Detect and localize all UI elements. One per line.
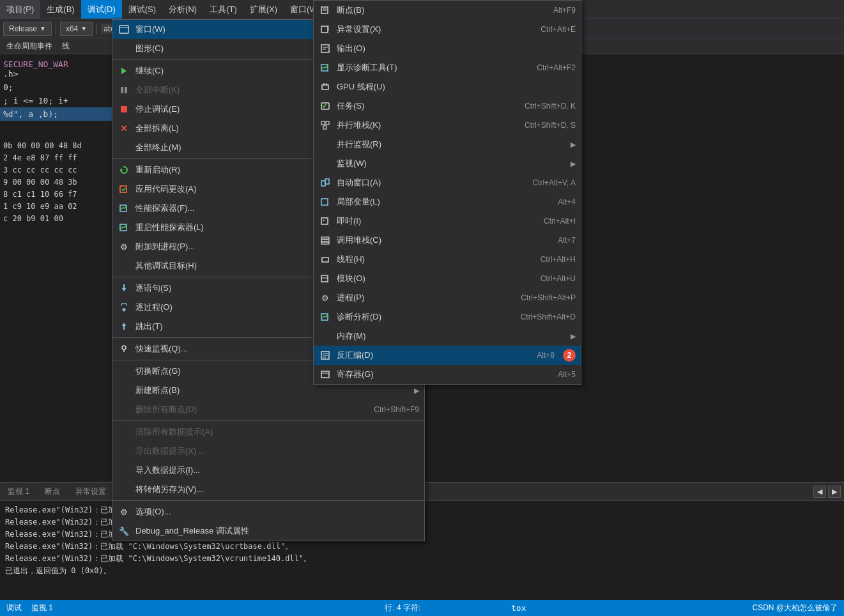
sub-item-breakpoint[interactable]: 断点(B) Alt+F9	[314, 1, 581, 20]
immediate-label: 即时(I)	[337, 215, 526, 227]
hex-line-4: 9 00 00 00 48 3b	[0, 176, 112, 189]
sep6	[112, 420, 424, 421]
sub-item-locals[interactable]: 局部变量(L) Alt+4	[314, 192, 581, 212]
parallel-watch-icon	[319, 138, 332, 151]
delete-all-bp-shortcut: Ctrl+Shift+F9	[361, 405, 419, 414]
statusbar-center: 行: 4 字符:	[385, 603, 420, 613]
sub-item-auto-window[interactable]: 自动窗口(A) Ctrl+Alt+V, A	[314, 173, 581, 192]
statusbar-debug: 调试	[6, 603, 22, 613]
sub-item-threads[interactable]: 线程(H) Ctrl+Alt+H	[314, 250, 581, 269]
svg-rect-29	[322, 85, 328, 89]
sub-item-watch[interactable]: 监视(W) ▶	[314, 154, 581, 173]
wrench-icon: 🔧	[118, 525, 130, 537]
svg-rect-42	[321, 240, 329, 242]
code-line-2: .h>	[3, 69, 109, 79]
sub-item-parallel-watch[interactable]: 并行监视(R) ▶	[314, 135, 581, 154]
modules-label: 模块(O)	[337, 273, 523, 284]
sub-item-immediate[interactable]: 即时(I) Ctrl+Alt+I	[314, 212, 581, 231]
sub-item-diag-analysis[interactable]: 诊断分析(D) Ctrl+Shift+Alt+D	[314, 307, 581, 327]
tab-exception[interactable]: 异常设置	[68, 483, 114, 500]
sub-item-tasks[interactable]: 任务(S) Ctrl+Shift+D, K	[314, 96, 581, 116]
menu-project[interactable]: 项目(P)	[0, 0, 40, 19]
sub-item-registers[interactable]: 寄存器(G) Alt+5	[314, 365, 581, 384]
memory-label: 内存(M)	[337, 330, 562, 342]
menu-item-import-hints[interactable]: 导入数据提示(I)...	[112, 461, 424, 480]
svg-rect-0	[119, 26, 128, 33]
tox-label: tox	[511, 603, 526, 613]
statusbar-left: 调试 监视 1	[6, 603, 53, 613]
svg-rect-43	[321, 242, 329, 244]
output-line-5: Release.exe"(Win32)：已加载 "C:\Windows\Syst…	[5, 553, 839, 565]
sub-item-memory[interactable]: 内存(M) ▶	[314, 327, 581, 346]
sub-item-output[interactable]: 输出(O)	[314, 39, 581, 58]
hex-line-3: 3 cc cc cc cc cc	[0, 164, 112, 176]
svg-marker-11	[122, 288, 126, 291]
parallel-watch-label: 并行监视(R)	[337, 139, 562, 150]
menu-item-clear-hints: 清除所有数据提示(A)	[112, 422, 424, 442]
output-scroll-left[interactable]: ◀	[813, 486, 826, 498]
memory-icon	[319, 330, 332, 343]
svg-rect-5	[121, 106, 127, 112]
step-into-icon	[118, 282, 130, 295]
output-icon	[319, 42, 332, 55]
lifecycle-label: 生命周期事件	[6, 41, 52, 52]
menu-extensions[interactable]: 扩展(X)	[243, 0, 284, 19]
import-hints-icon	[118, 464, 130, 477]
menu-test[interactable]: 测试(S)	[122, 0, 162, 19]
output-scroll-right[interactable]: ▶	[828, 486, 841, 498]
options-gear-icon: ⚙	[118, 505, 130, 518]
svg-rect-52	[321, 371, 329, 378]
diag-analysis-icon	[319, 311, 332, 323]
sub-item-diag-tools[interactable]: 显示诊断工具(T) Ctrl+Alt+F2	[314, 58, 581, 77]
step-over-icon	[118, 301, 130, 314]
svg-marker-15	[122, 323, 126, 326]
toggle-bp-icon	[118, 365, 130, 378]
sub-item-process[interactable]: ⚙ 进程(P) Ctrl+Shift+Alt+P	[314, 288, 581, 307]
menu-analyze[interactable]: 分析(N)	[162, 0, 203, 19]
svg-rect-37	[325, 179, 329, 184]
svg-rect-45	[321, 275, 328, 282]
menu-item-debug-props[interactable]: 🔧 Debug_and_Release 调试属性	[112, 521, 424, 541]
clear-hints-label: 清除所有数据提示(A)	[135, 426, 419, 438]
svg-point-16	[122, 346, 126, 350]
svg-rect-4	[125, 87, 127, 93]
tab-watch1[interactable]: 监视 1	[0, 483, 37, 500]
breakpoint-icon	[319, 4, 332, 17]
menu-debug[interactable]: 调试(D)	[81, 0, 122, 19]
menu-tools[interactable]: 工具(T)	[203, 0, 243, 19]
threads-icon	[319, 253, 332, 266]
tab-breakpoints[interactable]: 断点	[37, 483, 68, 500]
output-line-4: Release.exe"(Win32)：已加载 "C:\Windows\Syst…	[5, 541, 839, 553]
play-icon	[118, 65, 130, 77]
debug-props-label: Debug_and_Release 调试属性	[135, 525, 419, 537]
svg-rect-25	[321, 45, 329, 52]
release-button[interactable]: Release ▼	[3, 22, 52, 36]
tasks-label: 任务(S)	[337, 100, 507, 112]
memory-arrow: ▶	[571, 332, 576, 341]
menu-build[interactable]: 生成(B)	[40, 0, 81, 19]
svg-rect-34	[326, 121, 329, 125]
arch-button[interactable]: x64 ▼	[60, 22, 93, 36]
quick-watch-icon	[118, 343, 130, 355]
sep7	[112, 500, 424, 501]
arch-dropdown-icon: ▼	[81, 25, 87, 32]
svg-rect-3	[121, 87, 123, 93]
parallel-stack-label: 并行堆栈(K)	[337, 119, 507, 131]
menu-item-save-dump[interactable]: 将转储另存为(V)...	[112, 480, 424, 499]
sub-item-exception[interactable]: 异常设置(X) Ctrl+Alt+E	[314, 20, 581, 39]
sub-item-parallel-stack[interactable]: 并行堆栈(K) Ctrl+Shift+D, S	[314, 116, 581, 135]
sub-item-modules[interactable]: 模块(O) Ctrl+Alt+U	[314, 269, 581, 288]
statusbar-line-info: 行: 4 字符:	[385, 603, 420, 613]
svg-rect-38	[321, 199, 328, 205]
sub-item-call-stack[interactable]: 调用堆栈(C) Alt+7	[314, 231, 581, 250]
menu-item-options[interactable]: ⚙ 选项(O)...	[112, 502, 424, 521]
diag-tools-shortcut: Ctrl+Alt+F2	[524, 63, 576, 72]
sub-item-disassembly[interactable]: 反汇编(D) Alt+8 2	[314, 346, 581, 365]
window-submenu: 断点(B) Alt+F9 异常设置(X) Ctrl+Alt+E	[313, 0, 581, 385]
window-icon	[118, 23, 130, 36]
pause-icon	[118, 84, 130, 96]
sub-item-gpu-threads[interactable]: GPU 线程(U)	[314, 77, 581, 96]
import-hints-label: 导入数据提示(I)...	[135, 465, 419, 476]
modules-shortcut: Ctrl+Alt+U	[528, 274, 576, 283]
svg-marker-2	[121, 68, 127, 74]
